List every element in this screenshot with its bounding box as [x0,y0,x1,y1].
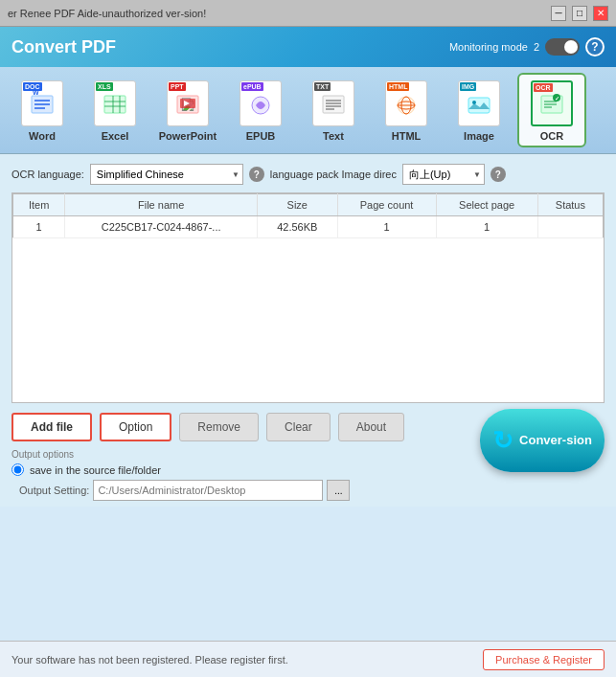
ocr-badge: OCR [534,83,553,92]
excel-svg-icon [101,88,129,119]
title-bar: er Renee PDF Aide-unauthorized ver-sion!… [0,0,616,27]
epub-label: EPUB [246,130,276,142]
ocr-file-icon: OCR ✓ [531,80,573,126]
remove-button[interactable]: Remove [179,413,259,441]
window-controls: ─ □ ✕ [551,6,608,21]
register-text: Your software has not been registered. P… [11,654,288,666]
browse-button[interactable]: ... [327,480,350,501]
image-file-icon: IMG [458,80,500,126]
format-word-button[interactable]: DOC W Word [8,73,77,147]
col-status: Status [537,194,603,216]
header-help-button[interactable]: ? [585,37,605,56]
language-select-wrapper: Simplified Chinese English Japanese Kore… [90,164,243,185]
button-area: Add file Option Remove Clear About ↻ Con… [11,413,605,441]
output-path-row: Output Setting: ... [19,480,605,501]
convert-icon: ↻ [492,426,513,456]
text-icon-container: TXT [309,79,357,128]
save-source-label: save in the source file/folder [30,464,161,476]
language-help-button[interactable]: ? [249,167,264,182]
maximize-button[interactable]: □ [572,6,587,21]
cell-item: 1 [13,216,65,238]
monitoring-label: Monitoring mode [449,41,528,53]
svg-rect-5 [104,96,125,113]
svg-rect-14 [323,96,344,113]
html-svg-icon [392,88,421,119]
format-ppt-button[interactable]: PPT PowerPoint [153,73,222,147]
header-bar: Convert PDF Monitoring mode 2 ? [0,27,616,67]
clear-button[interactable]: Clear [266,413,331,441]
epub-svg-icon [246,88,275,119]
epub-icon-container: ePUB [237,79,285,128]
about-button[interactable]: About [338,413,404,441]
epub-badge: ePUB [241,82,263,91]
svg-text:✓: ✓ [555,96,559,102]
text-label: Text [323,130,344,142]
excel-file-icon: XLS [94,80,136,126]
excel-icon-container: XLS [91,79,139,128]
direction-select[interactable]: 向上(Up) 向下(Down) 向左(Left) 向右(Right) [402,164,485,185]
col-pagecount: Page count [337,194,436,216]
monitoring-mode-area: Monitoring mode 2 ? [449,37,605,56]
ocr-svg-icon: ✓ [537,88,566,119]
html-label: HTML [392,130,422,142]
convert-label: Conver-sion [519,433,592,448]
html-badge: HTML [387,82,409,91]
col-item: Item [13,194,65,216]
col-selectpage: Select page [436,194,537,216]
excel-label: Excel [102,130,129,142]
html-icon-container: HTML [382,79,430,128]
word-label: Word [29,130,56,142]
text-file-icon: TXT [312,80,354,126]
format-image-button[interactable]: IMG Image [445,73,513,147]
bottom-bar: Your software has not been registered. P… [0,641,616,677]
language-select[interactable]: Simplified Chinese English Japanese Kore… [90,164,243,185]
path-input[interactable] [93,480,323,501]
file-table: Item File name Size Page count Select pa… [12,193,604,238]
ppt-file-icon: PPT [167,80,209,126]
cell-selectpage: 1 [436,216,537,238]
word-svg-icon: W [28,88,57,119]
format-html-button[interactable]: HTML HTML [372,73,441,147]
format-ocr-button[interactable]: OCR ✓ OCR [517,73,586,147]
cell-status [537,216,603,238]
minimize-button[interactable]: ─ [551,6,566,21]
ppt-badge: PPT [169,82,186,91]
cell-pagecount: 1 [337,216,436,238]
txt-badge: TXT [314,82,331,91]
ocr-language-label: OCR language: [11,169,84,180]
output-label: Output Setting: [19,485,89,496]
add-file-button[interactable]: Add file [11,413,92,441]
convert-button[interactable]: ↻ Conver-sion [480,409,605,472]
col-size: Size [257,194,337,216]
ppt-label: PowerPoint [159,130,217,142]
format-epub-button[interactable]: ePUB EPUB [226,73,295,147]
monitoring-toggle[interactable] [545,38,580,56]
xls-badge: XLS [96,82,113,91]
word-file-icon: DOC W [21,80,63,126]
save-source-radio[interactable] [11,463,24,476]
format-text-button[interactable]: TXT Text [299,73,368,147]
ppt-svg-icon [173,88,202,119]
langpack-label: language pack Image direc [270,169,397,180]
direction-help-button[interactable]: ? [491,167,506,182]
monitoring-value: 2 [534,41,539,53]
image-icon-container: IMG [455,79,503,128]
table-row: 1 C225CB17-C024-4867-... 42.56KB 1 1 [13,216,604,238]
svg-rect-23 [468,98,490,113]
direction-select-wrapper: 向上(Up) 向下(Down) 向左(Left) 向右(Right) [402,164,485,185]
ocr-icon-container: OCR ✓ [528,79,576,128]
close-button[interactable]: ✕ [593,6,608,21]
format-excel-button[interactable]: XLS Excel [80,73,149,147]
file-table-container: Item File name Size Page count Select pa… [11,192,605,403]
html-file-icon: HTML [385,80,427,126]
epub-file-icon: ePUB [240,80,282,126]
purchase-register-button[interactable]: Purchase & Register [483,649,605,670]
format-toolbar: DOC W Word XLS [0,67,616,154]
main-content: OCR language: Simplified Chinese English… [0,154,616,507]
option-button[interactable]: Option [100,413,171,441]
language-row: OCR language: Simplified Chinese English… [11,164,605,185]
ocr-label: OCR [540,130,563,142]
text-svg-icon [319,88,348,119]
cell-filename: C225CB17-C024-4867-... [65,216,258,238]
cell-size: 42.56KB [257,216,337,238]
